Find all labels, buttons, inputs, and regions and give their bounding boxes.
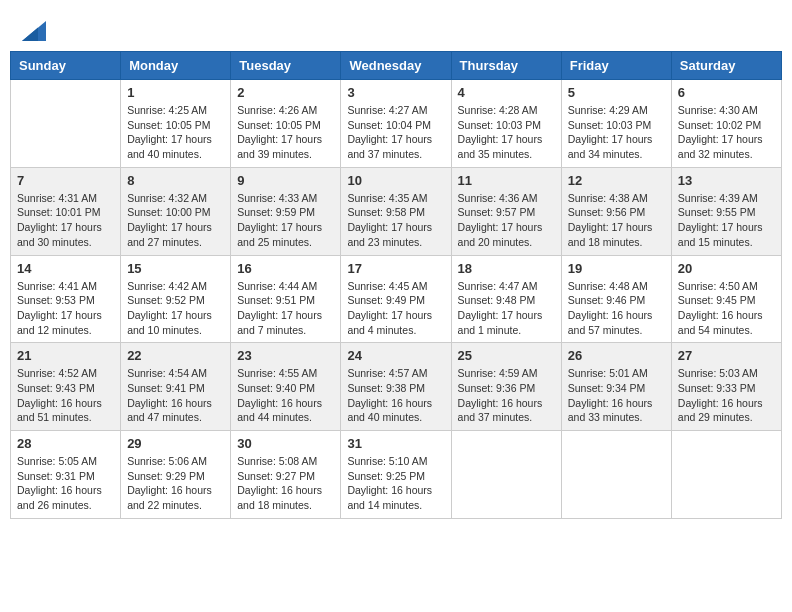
calendar-day-cell: 31Sunrise: 5:10 AMSunset: 9:25 PMDayligh… [341, 431, 451, 519]
calendar-day-header: Friday [561, 52, 671, 80]
day-info: Sunrise: 4:31 AMSunset: 10:01 PMDaylight… [17, 191, 114, 250]
day-info: Sunrise: 4:27 AMSunset: 10:04 PMDaylight… [347, 103, 444, 162]
calendar-day-cell: 15Sunrise: 4:42 AMSunset: 9:52 PMDayligh… [121, 255, 231, 343]
day-info: Sunrise: 5:03 AMSunset: 9:33 PMDaylight:… [678, 366, 775, 425]
day-info: Sunrise: 4:54 AMSunset: 9:41 PMDaylight:… [127, 366, 224, 425]
day-info: Sunrise: 4:44 AMSunset: 9:51 PMDaylight:… [237, 279, 334, 338]
calendar-day-cell [11, 80, 121, 168]
calendar-day-cell: 9Sunrise: 4:33 AMSunset: 9:59 PMDaylight… [231, 167, 341, 255]
day-info: Sunrise: 5:05 AMSunset: 9:31 PMDaylight:… [17, 454, 114, 513]
day-info: Sunrise: 5:08 AMSunset: 9:27 PMDaylight:… [237, 454, 334, 513]
day-info: Sunrise: 4:25 AMSunset: 10:05 PMDaylight… [127, 103, 224, 162]
day-number: 15 [127, 261, 224, 276]
day-info: Sunrise: 5:10 AMSunset: 9:25 PMDaylight:… [347, 454, 444, 513]
calendar-day-cell: 29Sunrise: 5:06 AMSunset: 9:29 PMDayligh… [121, 431, 231, 519]
day-number: 20 [678, 261, 775, 276]
calendar-day-cell: 13Sunrise: 4:39 AMSunset: 9:55 PMDayligh… [671, 167, 781, 255]
calendar-day-cell: 18Sunrise: 4:47 AMSunset: 9:48 PMDayligh… [451, 255, 561, 343]
day-info: Sunrise: 4:45 AMSunset: 9:49 PMDaylight:… [347, 279, 444, 338]
calendar-week-row: 28Sunrise: 5:05 AMSunset: 9:31 PMDayligh… [11, 431, 782, 519]
calendar-day-cell: 28Sunrise: 5:05 AMSunset: 9:31 PMDayligh… [11, 431, 121, 519]
svg-marker-1 [22, 27, 38, 41]
calendar-day-header: Monday [121, 52, 231, 80]
day-info: Sunrise: 4:35 AMSunset: 9:58 PMDaylight:… [347, 191, 444, 250]
day-number: 4 [458, 85, 555, 100]
calendar-day-cell: 23Sunrise: 4:55 AMSunset: 9:40 PMDayligh… [231, 343, 341, 431]
day-info: Sunrise: 4:38 AMSunset: 9:56 PMDaylight:… [568, 191, 665, 250]
day-number: 3 [347, 85, 444, 100]
day-number: 8 [127, 173, 224, 188]
calendar-day-cell: 27Sunrise: 5:03 AMSunset: 9:33 PMDayligh… [671, 343, 781, 431]
day-number: 27 [678, 348, 775, 363]
day-info: Sunrise: 4:50 AMSunset: 9:45 PMDaylight:… [678, 279, 775, 338]
day-info: Sunrise: 4:59 AMSunset: 9:36 PMDaylight:… [458, 366, 555, 425]
day-number: 30 [237, 436, 334, 451]
calendar-day-cell: 25Sunrise: 4:59 AMSunset: 9:36 PMDayligh… [451, 343, 561, 431]
calendar-day-cell [451, 431, 561, 519]
day-number: 17 [347, 261, 444, 276]
calendar-day-cell: 20Sunrise: 4:50 AMSunset: 9:45 PMDayligh… [671, 255, 781, 343]
calendar-week-row: 21Sunrise: 4:52 AMSunset: 9:43 PMDayligh… [11, 343, 782, 431]
calendar-day-cell: 10Sunrise: 4:35 AMSunset: 9:58 PMDayligh… [341, 167, 451, 255]
calendar-week-row: 1Sunrise: 4:25 AMSunset: 10:05 PMDayligh… [11, 80, 782, 168]
day-info: Sunrise: 4:47 AMSunset: 9:48 PMDaylight:… [458, 279, 555, 338]
day-info: Sunrise: 4:32 AMSunset: 10:00 PMDaylight… [127, 191, 224, 250]
calendar-day-cell: 1Sunrise: 4:25 AMSunset: 10:05 PMDayligh… [121, 80, 231, 168]
calendar-day-cell [561, 431, 671, 519]
day-info: Sunrise: 4:33 AMSunset: 9:59 PMDaylight:… [237, 191, 334, 250]
calendar-day-cell: 21Sunrise: 4:52 AMSunset: 9:43 PMDayligh… [11, 343, 121, 431]
day-number: 12 [568, 173, 665, 188]
day-info: Sunrise: 4:29 AMSunset: 10:03 PMDaylight… [568, 103, 665, 162]
calendar-day-cell: 26Sunrise: 5:01 AMSunset: 9:34 PMDayligh… [561, 343, 671, 431]
day-number: 29 [127, 436, 224, 451]
calendar-day-header: Thursday [451, 52, 561, 80]
calendar-day-cell [671, 431, 781, 519]
day-number: 13 [678, 173, 775, 188]
day-number: 5 [568, 85, 665, 100]
calendar-day-cell: 16Sunrise: 4:44 AMSunset: 9:51 PMDayligh… [231, 255, 341, 343]
day-number: 26 [568, 348, 665, 363]
calendar-table: SundayMondayTuesdayWednesdayThursdayFrid… [10, 51, 782, 519]
calendar-day-cell: 3Sunrise: 4:27 AMSunset: 10:04 PMDayligh… [341, 80, 451, 168]
day-info: Sunrise: 4:42 AMSunset: 9:52 PMDaylight:… [127, 279, 224, 338]
day-number: 19 [568, 261, 665, 276]
calendar-day-cell: 2Sunrise: 4:26 AMSunset: 10:05 PMDayligh… [231, 80, 341, 168]
day-number: 10 [347, 173, 444, 188]
calendar-day-cell: 8Sunrise: 4:32 AMSunset: 10:00 PMDayligh… [121, 167, 231, 255]
calendar-day-cell: 17Sunrise: 4:45 AMSunset: 9:49 PMDayligh… [341, 255, 451, 343]
day-info: Sunrise: 4:48 AMSunset: 9:46 PMDaylight:… [568, 279, 665, 338]
day-number: 25 [458, 348, 555, 363]
calendar-week-row: 7Sunrise: 4:31 AMSunset: 10:01 PMDayligh… [11, 167, 782, 255]
day-info: Sunrise: 4:55 AMSunset: 9:40 PMDaylight:… [237, 366, 334, 425]
day-number: 24 [347, 348, 444, 363]
calendar-day-cell: 6Sunrise: 4:30 AMSunset: 10:02 PMDayligh… [671, 80, 781, 168]
calendar-day-header: Sunday [11, 52, 121, 80]
calendar-day-header: Wednesday [341, 52, 451, 80]
day-info: Sunrise: 4:52 AMSunset: 9:43 PMDaylight:… [17, 366, 114, 425]
calendar-week-row: 14Sunrise: 4:41 AMSunset: 9:53 PMDayligh… [11, 255, 782, 343]
calendar-day-cell: 19Sunrise: 4:48 AMSunset: 9:46 PMDayligh… [561, 255, 671, 343]
day-info: Sunrise: 5:06 AMSunset: 9:29 PMDaylight:… [127, 454, 224, 513]
day-number: 28 [17, 436, 114, 451]
day-number: 7 [17, 173, 114, 188]
calendar-day-cell: 11Sunrise: 4:36 AMSunset: 9:57 PMDayligh… [451, 167, 561, 255]
calendar-header-row: SundayMondayTuesdayWednesdayThursdayFrid… [11, 52, 782, 80]
day-number: 21 [17, 348, 114, 363]
day-info: Sunrise: 4:30 AMSunset: 10:02 PMDaylight… [678, 103, 775, 162]
day-number: 9 [237, 173, 334, 188]
calendar-day-cell: 30Sunrise: 5:08 AMSunset: 9:27 PMDayligh… [231, 431, 341, 519]
day-number: 1 [127, 85, 224, 100]
day-info: Sunrise: 4:28 AMSunset: 10:03 PMDaylight… [458, 103, 555, 162]
day-info: Sunrise: 4:57 AMSunset: 9:38 PMDaylight:… [347, 366, 444, 425]
day-info: Sunrise: 5:01 AMSunset: 9:34 PMDaylight:… [568, 366, 665, 425]
day-info: Sunrise: 4:41 AMSunset: 9:53 PMDaylight:… [17, 279, 114, 338]
calendar-day-cell: 24Sunrise: 4:57 AMSunset: 9:38 PMDayligh… [341, 343, 451, 431]
calendar-day-cell: 7Sunrise: 4:31 AMSunset: 10:01 PMDayligh… [11, 167, 121, 255]
page-header [10, 10, 782, 46]
logo-icon [22, 21, 46, 41]
calendar-day-header: Saturday [671, 52, 781, 80]
day-number: 31 [347, 436, 444, 451]
day-info: Sunrise: 4:36 AMSunset: 9:57 PMDaylight:… [458, 191, 555, 250]
day-number: 18 [458, 261, 555, 276]
day-number: 14 [17, 261, 114, 276]
